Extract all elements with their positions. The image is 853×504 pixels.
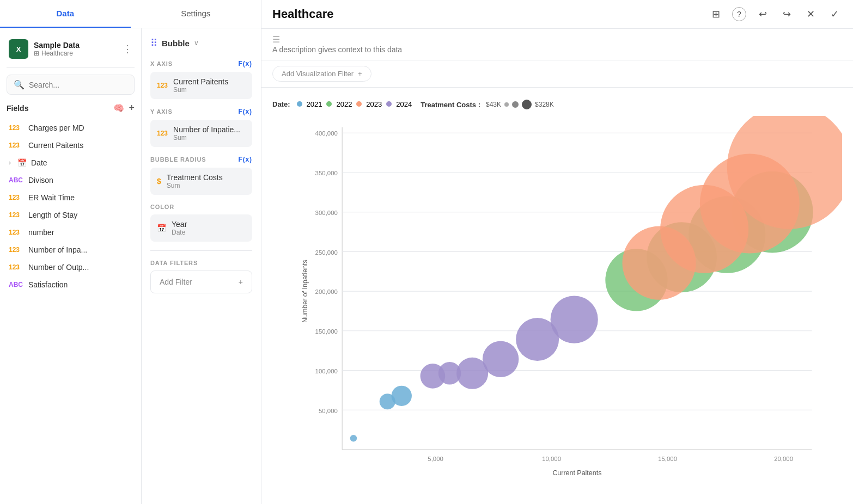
bubble-radius-field[interactable]: $ Treatment Costs Sum (150, 168, 252, 195)
bubble-radius-fx-button[interactable]: F(x) (238, 156, 252, 163)
help-icon[interactable]: ? (732, 7, 746, 21)
redo-icon[interactable]: ↪ (779, 7, 794, 22)
svg-text:5,000: 5,000 (428, 456, 443, 462)
fields-sidebar: X Sample Data ⊞ Healthcare ⋮ 🔍 Fields (0, 28, 142, 504)
chart-title-input[interactable] (272, 7, 708, 21)
chevron-down-icon: ∨ (194, 39, 199, 47)
svg-text:Number of Inpatients: Number of Inpatients (301, 260, 309, 323)
svg-text:10,000: 10,000 (542, 456, 561, 462)
search-input[interactable] (29, 81, 127, 89)
table-icon: ⊞ (34, 50, 39, 57)
list-item[interactable]: › 📅 Date (7, 154, 135, 171)
check-icon[interactable]: ✓ (827, 7, 842, 22)
costs-dot-sm (504, 102, 509, 107)
y-axis-field[interactable]: 123 Number of Inpatie... Sum (150, 120, 252, 147)
left-panel: Data Settings X Sample Data ⊞ Healthcare… (0, 0, 261, 504)
costs-max-label: $328K (535, 101, 554, 108)
costs-min-label: $43K (486, 101, 501, 108)
data-filters-section: DATA FILTERS Add Filter + (150, 260, 252, 293)
tabs: Data Settings (0, 0, 261, 28)
menu-dots[interactable]: ⋮ (123, 43, 132, 55)
excel-icon: X (9, 39, 28, 59)
tab-data[interactable]: Data (0, 0, 131, 28)
filter-bar: Add Visualization Filter + (261, 60, 853, 88)
tab-settings[interactable]: Settings (131, 0, 261, 28)
data-filters-label: DATA FILTERS (150, 260, 252, 266)
x-axis-label: X AXIS F(x) (150, 60, 252, 67)
data-source-name: Sample Data (34, 41, 117, 50)
settings-panel: ⠿ Bubble ∨ X AXIS F(x) 123 Current Paite… (142, 28, 261, 504)
svg-point-32 (551, 296, 598, 343)
calendar-icon: 📅 (157, 224, 166, 232)
left-content: X Sample Data ⊞ Healthcare ⋮ 🔍 Fields (0, 28, 261, 504)
add-filter-button[interactable]: Add Filter + (150, 271, 252, 293)
fields-actions: 🧠 + (113, 102, 135, 114)
list-item[interactable]: 123 Length of Stay (7, 206, 135, 224)
fields-header: Fields 🧠 + (7, 102, 135, 114)
x-axis-field[interactable]: 123 Current Paitents Sum (150, 72, 252, 99)
description-bar: ☰ (261, 29, 853, 60)
x-axis-section: X AXIS F(x) 123 Current Paitents Sum (150, 60, 252, 99)
legend-2022-dot (326, 101, 332, 107)
svg-point-30 (483, 341, 519, 378)
list-item[interactable]: 123 ER Wait Time (7, 189, 135, 206)
right-panel: ⊞ ? ↩ ↪ ✕ ✓ ☰ Add Visualization Filter +… (261, 0, 853, 504)
bubble-chart-icon: ⠿ (150, 37, 157, 49)
close-icon[interactable]: ✕ (803, 7, 818, 22)
legend-2023-label: 2023 (366, 100, 382, 108)
plus-icon: + (239, 278, 243, 286)
data-source-sub: ⊞ Healthcare (34, 50, 117, 57)
list-item[interactable]: ABC Divison (7, 171, 135, 189)
chart-container: 50,000 100,000 150,000 200,000 250,000 3… (272, 116, 842, 478)
add-field-icon[interactable]: + (129, 102, 135, 114)
search-icon: 🔍 (14, 79, 25, 90)
y-axis-fx-button[interactable]: F(x) (238, 108, 252, 115)
legend-2023-dot (356, 101, 362, 107)
svg-text:20,000: 20,000 (774, 456, 793, 462)
chart-type-selector[interactable]: ⠿ Bubble ∨ (150, 37, 252, 49)
color-field[interactable]: 📅 Year Date (150, 214, 252, 242)
fields-label: Fields (7, 104, 28, 113)
svg-text:50,000: 50,000 (319, 408, 338, 414)
y-axis-section: Y AXIS F(x) 123 Number of Inpatie... Sum (150, 108, 252, 147)
legend-2021-label: 2021 (307, 100, 322, 108)
costs-dot-md (512, 101, 519, 108)
legend-2021-dot (297, 101, 302, 107)
expand-icon[interactable]: › (9, 159, 11, 167)
list-item[interactable]: 123 Number of Inpa... (7, 241, 135, 259)
svg-text:350,000: 350,000 (315, 170, 338, 176)
costs-legend: Treatment Costs : $43K $328K (421, 100, 554, 109)
list-item[interactable]: 123 Charges per MD (7, 119, 135, 137)
costs-dot-lg (522, 100, 532, 109)
chart-type-label: Bubble (162, 39, 190, 48)
color-label: COLOR (150, 204, 252, 210)
list-item[interactable]: 123 number (7, 224, 135, 241)
list-item[interactable]: 123 Current Paitents (7, 137, 135, 154)
description-input[interactable] (272, 45, 842, 54)
add-visualization-filter-button[interactable]: Add Visualization Filter + (272, 66, 371, 82)
svg-text:100,000: 100,000 (315, 368, 338, 374)
grid-icon[interactable]: ⊞ (708, 7, 723, 22)
svg-text:300,000: 300,000 (315, 210, 338, 216)
brain-icon[interactable]: 🧠 (113, 103, 124, 113)
bubble-chart-svg: 50,000 100,000 150,000 200,000 250,000 3… (272, 116, 842, 478)
menu-icon: ☰ (272, 35, 280, 44)
date-legend: Date: 2021 2022 2023 2024 (272, 99, 412, 109)
bubble-radius-section: BUBBLE RADIUS F(x) $ Treatment Costs Sum (150, 156, 252, 195)
y-axis-label: Y AXIS F(x) (150, 108, 252, 115)
svg-text:200,000: 200,000 (315, 288, 338, 295)
svg-text:Current Paitents: Current Paitents (552, 469, 601, 477)
legend-2024-dot (386, 101, 392, 107)
x-axis-fx-button[interactable]: F(x) (238, 60, 252, 67)
list-item[interactable]: 123 Number of Outp... (7, 259, 135, 276)
undo-icon[interactable]: ↩ (755, 7, 770, 22)
svg-text:150,000: 150,000 (315, 328, 338, 335)
svg-text:250,000: 250,000 (315, 249, 338, 256)
color-section: COLOR 📅 Year Date (150, 204, 252, 242)
legend-2022-label: 2022 (336, 100, 352, 108)
plus-icon: + (358, 70, 362, 78)
svg-point-24 (350, 435, 357, 441)
chart-area: Date: 2021 2022 2023 2024 Treatment Cost… (261, 88, 853, 504)
svg-text:400,000: 400,000 (315, 130, 338, 137)
list-item[interactable]: ABC Satisfaction (7, 276, 135, 293)
